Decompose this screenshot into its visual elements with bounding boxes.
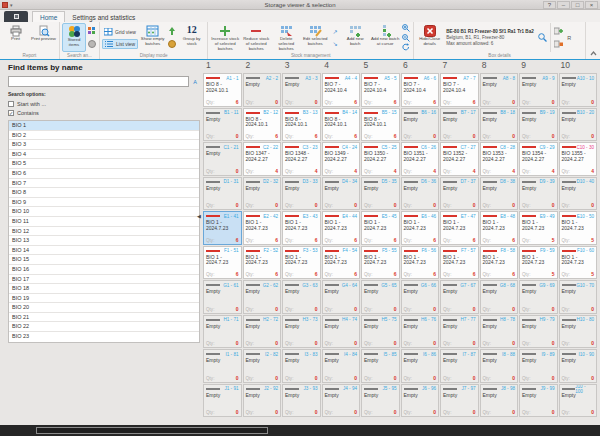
grid-cell[interactable]: G10 - 70EmptyQty:0 xyxy=(559,280,598,314)
edit-selected-batches-button[interactable]: Edit selected batches xyxy=(301,23,329,52)
grid-cell[interactable]: G9 - 69EmptyQty:0 xyxy=(519,280,558,314)
reduce-stock-button[interactable]: Reduce stock of selected batches xyxy=(241,23,271,52)
grid-view-button[interactable]: Grid view xyxy=(102,27,138,37)
grid-cell[interactable]: E8 - 48BIO 1 - 2024.7.23Qty:6 xyxy=(480,211,519,245)
sidebar-item[interactable]: BIO 11 xyxy=(9,217,199,227)
grid-cell[interactable]: A1 - 1BIO 8 - 2024.10.1Qty:6 xyxy=(203,73,242,107)
sidebar-item[interactable]: BIO 14 xyxy=(9,246,199,256)
grid-cell[interactable]: H3 - 73EmptyQty:0 xyxy=(282,315,321,349)
grid-cell[interactable]: G4 - 64EmptyQty:0 xyxy=(322,280,361,314)
list-view-button[interactable]: List view xyxy=(102,39,138,49)
grid-cell[interactable]: B3 - 13BIO 8 - 2024.10.1Qty:6 xyxy=(282,108,321,142)
sidebar-item[interactable]: BIO 18 xyxy=(9,284,199,294)
arrow-down-right-icon[interactable]: ↘ xyxy=(330,39,340,48)
grid-cell[interactable]: J5 - 95EmptyQty:0 xyxy=(361,384,400,418)
grid-cell[interactable]: B1 - 11EmptyQty:0 xyxy=(203,108,242,142)
grid-cell[interactable]: C1 - 21EmptyQty:0 xyxy=(203,142,242,176)
grid-cell[interactable]: C3 - 23BIO 1348 - 2024.2.27Qty:4 xyxy=(282,142,321,176)
search-input[interactable] xyxy=(8,76,189,87)
refresh-icon[interactable] xyxy=(401,43,411,52)
grid-cell[interactable]: E7 - 47BIO 1 - 2024.7.23Qty:6 xyxy=(440,211,479,245)
sidebar-item[interactable]: BIO 2 xyxy=(9,131,199,141)
maximize-button[interactable]: □ xyxy=(571,1,584,9)
grid-cell[interactable]: A10 - 10EmptyQty:0 xyxy=(559,73,598,107)
grid-cell[interactable]: H9 - 79EmptyQty:0 xyxy=(519,315,558,349)
start-with-checkbox[interactable] xyxy=(8,101,14,107)
show-empty-batches-button[interactable]: Show empty batches xyxy=(139,23,166,52)
grid-cell[interactable]: J1 - 91EmptyQty:0 xyxy=(203,384,242,418)
tab-settings-and-statistics[interactable]: Settings and statistics xyxy=(65,11,142,22)
option-contains[interactable]: ✓ Contains xyxy=(8,108,200,117)
search-action-button[interactable]: A xyxy=(190,76,200,87)
close-button[interactable]: × xyxy=(585,1,598,9)
grid-cell[interactable]: A9 - 9EmptyQty:0 xyxy=(519,73,558,107)
tab-home[interactable]: Home xyxy=(32,11,65,22)
sidebar-item[interactable]: BIO 10 xyxy=(9,207,199,217)
sidebar-item[interactable]: BIO 22 xyxy=(9,322,199,332)
grid-cell[interactable]: I8 - 88EmptyQty:0 xyxy=(480,349,519,383)
grid-cell[interactable]: D6 - 36EmptyQty:0 xyxy=(401,177,440,211)
stored-items-button[interactable]: Stored items xyxy=(62,23,86,52)
application-menu-button[interactable] xyxy=(4,11,28,22)
increase-stock-button[interactable]: Increase stock of selected batches xyxy=(210,23,240,52)
grid-cell[interactable]: G3 - 63EmptyQty:0 xyxy=(282,280,321,314)
grid-cell[interactable]: E2 - 42BIO 1 - 2024.7.23Qty:6 xyxy=(243,211,282,245)
grid-cell[interactable]: D7 - 37EmptyQty:0 xyxy=(440,177,479,211)
grid-cell[interactable]: B5 - 15BIO 8 - 2024.10.1Qty:6 xyxy=(361,108,400,142)
grid-cell[interactable]: H6 - 76EmptyQty:0 xyxy=(401,315,440,349)
grid-cell[interactable]: D2 - 32EmptyQty:0 xyxy=(243,177,282,211)
grid-cell[interactable]: G5 - 65EmptyQty:0 xyxy=(361,280,400,314)
reading-layout-icon[interactable]: R xyxy=(564,33,574,42)
grid-cell[interactable]: I1 - 81EmptyQty:0 xyxy=(203,349,242,383)
grid-cell[interactable]: H7 - 77EmptyQty:0 xyxy=(440,315,479,349)
grid-cell[interactable]: E9 - 49BIO 1 - 2024.7.23Qty:5 xyxy=(519,211,558,245)
grid-cell[interactable]: F2 - 52BIO 1 - 2024.7.23Qty:6 xyxy=(243,246,282,280)
sidebar-item[interactable]: BIO 12 xyxy=(9,227,199,237)
grid-cell[interactable]: I3 - 83EmptyQty:0 xyxy=(282,349,321,383)
grid-cell[interactable]: I9 - 89EmptyQty:0 xyxy=(519,349,558,383)
grid-cell[interactable]: G8 - 68EmptyQty:0 xyxy=(480,280,519,314)
grid-cell[interactable]: F9 - 59BIO 1 - 2024.7.23Qty:5 xyxy=(519,246,558,280)
sidebar-item[interactable]: BIO 20 xyxy=(9,303,199,313)
grid-cell[interactable]: A8 - 8EmptyQty:0 xyxy=(480,73,519,107)
sidebar-item[interactable]: BIO 13 xyxy=(9,236,199,246)
sidebar-item[interactable]: BIO 16 xyxy=(9,265,199,275)
sidebar-item[interactable]: BIO 7 xyxy=(9,179,199,189)
grid-cell[interactable]: C10 - 30BIO 1355 - 2024.2.27Qty:4 xyxy=(559,142,598,176)
zoom-out-icon[interactable] xyxy=(401,33,411,42)
grid-cell[interactable]: J10 - 100EmptyQty:0 xyxy=(559,384,598,418)
grid-cell[interactable]: J4 - 94EmptyQty:0 xyxy=(322,384,361,418)
grid-cell[interactable]: B4 - 14BIO 8 - 2024.10.1Qty:6 xyxy=(322,108,361,142)
sidebar-item[interactable]: BIO 15 xyxy=(9,255,199,265)
grid-cell[interactable]: B8 - 18EmptyQty:0 xyxy=(480,108,519,142)
add-new-batch-at-cursor-button[interactable]: Add new batch at cursor xyxy=(370,23,400,52)
zoom-in-icon[interactable] xyxy=(401,24,411,33)
grid-cell[interactable]: H8 - 78EmptyQty:0 xyxy=(480,315,519,349)
grid-cell[interactable]: C4 - 24BIO 1349 - 2024.2.27Qty:4 xyxy=(322,142,361,176)
grid-cell[interactable]: A6 - 6BIO 7 - 2024.10.4Qty:6 xyxy=(401,73,440,107)
grid-cell[interactable]: I5 - 85EmptyQty:0 xyxy=(361,349,400,383)
grid-cell[interactable]: D4 - 34EmptyQty:0 xyxy=(322,177,361,211)
sidebar-item[interactable]: BIO 4 xyxy=(9,150,199,160)
grid-cell[interactable]: F3 - 53BIO 1 - 2024.7.23Qty:6 xyxy=(282,246,321,280)
grid-cell[interactable]: D10 - 40EmptyQty:0 xyxy=(559,177,598,211)
add-row-icon[interactable] xyxy=(553,27,563,36)
grid-cell[interactable]: E4 - 44BIO 1 - 2024.7.23Qty:6 xyxy=(322,211,361,245)
sidebar-item[interactable]: BIO 6 xyxy=(9,169,199,179)
grid-cell[interactable]: D3 - 33EmptyQty:0 xyxy=(282,177,321,211)
grid-cell[interactable]: H4 - 74EmptyQty:0 xyxy=(322,315,361,349)
grid-cell[interactable]: G2 - 62EmptyQty:0 xyxy=(243,280,282,314)
collapse-ribbon-button[interactable] xyxy=(588,49,598,58)
magnifier-icon[interactable] xyxy=(537,33,547,42)
grid-cell[interactable]: C9 - 29BIO 1354 - 2024.2.27Qty:4 xyxy=(519,142,558,176)
grid-cell[interactable]: J6 - 96EmptyQty:0 xyxy=(401,384,440,418)
grid-cell[interactable]: A5 - 5BIO 7 - 2024.10.4Qty:6 xyxy=(361,73,400,107)
delete-selected-batches-button[interactable]: Delete selected batches xyxy=(272,23,300,52)
grid-cell[interactable]: C6 - 26BIO 1351 - 2024.2.27Qty:4 xyxy=(401,142,440,176)
sidebar-item[interactable]: BIO 3 xyxy=(9,140,199,150)
sidebar-item[interactable]: BIO 21 xyxy=(9,313,199,323)
grid-cell[interactable]: B6 - 16EmptyQty:0 xyxy=(401,108,440,142)
contains-checkbox[interactable]: ✓ xyxy=(8,110,14,116)
grid-cell[interactable]: F7 - 57BIO 1 - 2024.7.23Qty:6 xyxy=(440,246,479,280)
grid-cell[interactable]: B2 - 12BIO 8 - 2024.10.1Qty:6 xyxy=(243,108,282,142)
